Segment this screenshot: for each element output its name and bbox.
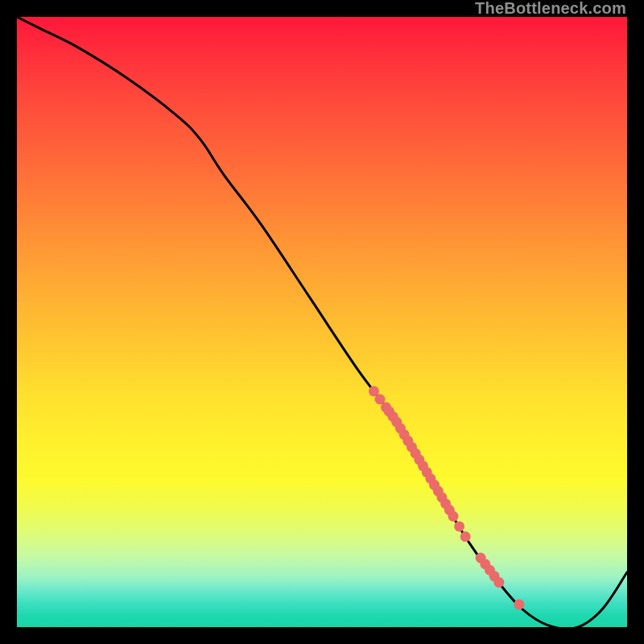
chart-svg (17, 17, 627, 627)
data-marker (448, 511, 458, 522)
watermark-text: TheBottleneck.com (475, 0, 626, 18)
plot-area (17, 17, 627, 627)
chart-stage: TheBottleneck.com (0, 0, 644, 644)
bottleneck-curve (17, 17, 627, 630)
curve-group (17, 17, 627, 630)
data-marker (493, 577, 504, 588)
marker-group (369, 386, 524, 609)
data-marker (514, 599, 524, 609)
data-marker (460, 531, 471, 542)
data-marker (454, 521, 464, 531)
